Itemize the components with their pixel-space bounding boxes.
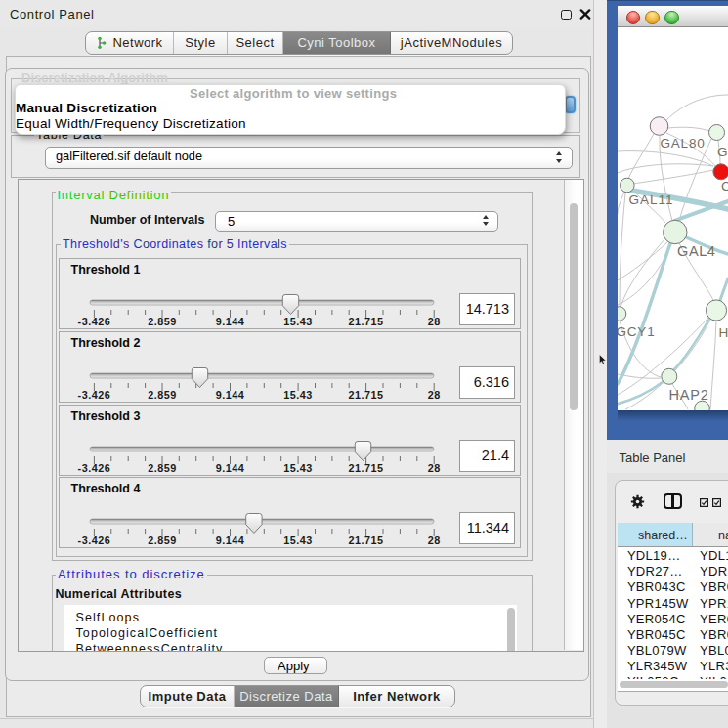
svg-text:GAL11: GAL11 (629, 193, 674, 207)
svg-text:GCY1: GCY1 (618, 323, 655, 338)
svg-text:C: C (721, 179, 728, 193)
svg-text:HAP2: HAP2 (669, 386, 709, 402)
svg-text:GAL80: GAL80 (661, 136, 706, 150)
svg-text:GAL4: GAL4 (677, 242, 715, 258)
svg-text:H: H (719, 324, 728, 339)
svg-text:G.: G. (717, 144, 728, 158)
